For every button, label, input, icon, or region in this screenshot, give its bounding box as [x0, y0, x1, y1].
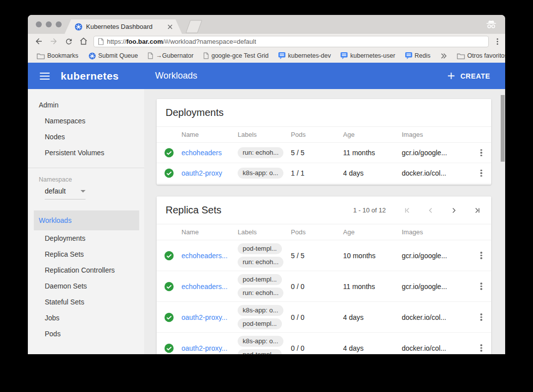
column-age: Age	[343, 131, 402, 138]
images-cell: gcr.io/google...	[402, 252, 471, 260]
age-cell: 4 days	[343, 313, 402, 321]
page-icon	[203, 52, 209, 59]
page-icon	[148, 52, 153, 59]
row-menu-button[interactable]	[471, 170, 491, 177]
bookmark-kubernetes-dev[interactable]: kubernetes-dev	[274, 50, 335, 61]
bookmark-folder-otros-favoritos[interactable]: Otros favoritos	[453, 50, 505, 61]
replica-set-link[interactable]: oauth2-proxy...	[181, 344, 238, 352]
images-cell: gcr.io/google...	[402, 149, 471, 157]
bookmark-google-gce-test-grid[interactable]: google-gce Test Grid	[199, 50, 272, 61]
next-page-button[interactable]	[449, 205, 459, 215]
sidebar-item-deployments[interactable]: Deployments	[28, 230, 144, 246]
row-menu-button[interactable]	[471, 313, 491, 321]
column-age: Age	[343, 228, 402, 236]
sidebar-item-persistent-volumes[interactable]: Persistent Volumes	[28, 145, 144, 161]
create-button[interactable]: CREATE	[447, 72, 490, 80]
address-bar[interactable]: https://foo.bar.com/#/workload?namespace…	[93, 36, 489, 47]
groups-icon	[278, 52, 285, 59]
pagination: 1 - 10 of 12	[353, 205, 482, 215]
browser-window: Kubernetes Dashboard	[28, 15, 505, 354]
bookmark-submit-queue[interactable]: Submit Queue	[85, 50, 142, 61]
table-row: oauth2-proxy... k8s-app: o... pod-templ.…	[157, 333, 491, 354]
sidebar-item-daemon-sets[interactable]: Daemon Sets	[28, 278, 144, 294]
label-chip: run: echoh...	[238, 147, 283, 158]
bookmark-redis[interactable]: Redis	[401, 50, 435, 61]
images-cell: docker.io/col...	[402, 313, 471, 321]
column-pods: Pods	[291, 228, 343, 236]
label-chip: k8s-app: o...	[238, 336, 283, 347]
sidebar-item-jobs[interactable]: Jobs	[28, 310, 144, 326]
column-labels: Labels	[238, 131, 291, 138]
desktop-background: { "browser": { "tab": { "title": "Kubern…	[0, 0, 533, 392]
chevron-double-right-icon	[441, 53, 447, 59]
menu-button[interactable]	[40, 73, 50, 80]
bookmark-folder-bookmarks[interactable]: Bookmarks	[33, 50, 83, 61]
replica-sets-table-header: Name Labels Pods Age Images	[157, 224, 491, 240]
folder-icon	[37, 53, 45, 59]
sidebar-item-namespaces[interactable]: Namespaces	[28, 113, 144, 129]
close-window-button[interactable]	[36, 21, 42, 27]
scrollbar-thumb[interactable]	[501, 95, 505, 162]
status-ok-icon	[164, 148, 174, 158]
refresh-button[interactable]	[64, 36, 74, 46]
sidebar-item-replica-sets[interactable]: Replica Sets	[28, 246, 144, 262]
last-page-button[interactable]	[472, 205, 482, 215]
label-chip: pod-templ...	[238, 349, 282, 354]
url-path: /#/workload?namespace=default	[163, 38, 257, 45]
bookmarks-bar: Bookmarks Submit Queue →Gubernator googl…	[28, 49, 505, 63]
main-content: Deployments Name Labels Pods Age Images …	[144, 89, 505, 354]
tab-close-icon[interactable]	[167, 24, 173, 30]
minimize-window-button[interactable]	[46, 21, 52, 27]
sidebar-item-admin[interactable]: Admin	[28, 97, 144, 113]
row-menu-button[interactable]	[471, 344, 491, 352]
status-ok-icon	[164, 168, 174, 178]
deployment-link[interactable]: oauth2-proxy	[181, 169, 238, 177]
images-cell: gcr.io/google...	[402, 283, 471, 291]
column-pods: Pods	[291, 131, 343, 138]
table-row: oauth2-proxy k8s-app: o... 1 / 1 4 days …	[157, 163, 491, 184]
groups-icon	[341, 52, 348, 59]
column-images: Images	[402, 131, 471, 138]
first-page-button[interactable]	[402, 205, 412, 215]
replica-set-link[interactable]: echoheaders...	[181, 252, 238, 260]
back-button[interactable]	[34, 36, 44, 46]
sidebar-item-pods[interactable]: Pods	[28, 326, 144, 342]
bookmark-gubernator[interactable]: →Gubernator	[144, 50, 197, 61]
incognito-icon	[485, 19, 497, 29]
browser-tab[interactable]: Kubernetes Dashboard	[65, 19, 182, 34]
sidebar-item-workloads[interactable]: Workloads	[34, 210, 139, 230]
images-cell: docker.io/col...	[402, 344, 471, 352]
bookmark-kubernetes-user[interactable]: kubernetes-user	[337, 50, 399, 61]
app-body: Admin Namespaces Nodes Persistent Volume…	[28, 89, 505, 354]
deployment-link[interactable]: echoheaders	[181, 149, 238, 157]
row-menu-button[interactable]	[471, 252, 491, 259]
forward-button[interactable]	[49, 36, 59, 46]
sidebar-item-replication-controllers[interactable]: Replication Controllers	[28, 262, 144, 278]
new-tab-button[interactable]	[185, 20, 203, 33]
zoom-window-button[interactable]	[56, 21, 62, 27]
deployments-card: Deployments Name Labels Pods Age Images …	[157, 99, 491, 185]
previous-page-button[interactable]	[426, 205, 436, 215]
replica-set-link[interactable]: echoheaders...	[181, 283, 238, 291]
bookmarks-overflow-button[interactable]	[437, 50, 451, 61]
pagination-range: 1 - 10 of 12	[353, 206, 386, 214]
page-icon	[98, 38, 104, 45]
sidebar-item-stateful-sets[interactable]: Stateful Sets	[28, 294, 144, 310]
home-button[interactable]	[79, 36, 89, 46]
replica-sets-card: Replica Sets 1 - 10 of 12	[157, 196, 491, 354]
deployments-title: Deployments	[166, 107, 224, 118]
table-row: oauth2-proxy... k8s-app: o... pod-templ.…	[157, 302, 491, 333]
namespace-value: default	[45, 187, 81, 195]
kubernetes-logo-icon	[89, 52, 96, 60]
row-menu-button[interactable]	[471, 149, 491, 157]
label-chip: run: echoh...	[238, 288, 283, 298]
browser-menu-button[interactable]	[494, 36, 501, 47]
replica-set-link[interactable]: oauth2-proxy...	[181, 313, 238, 321]
column-labels: Labels	[238, 228, 291, 236]
sidebar-item-nodes[interactable]: Nodes	[28, 129, 144, 145]
url-protocol: https://	[107, 38, 126, 45]
namespace-select[interactable]: default	[45, 187, 86, 199]
namespace-label: Namespace	[28, 176, 144, 183]
pods-cell: 1 / 1	[291, 169, 343, 177]
row-menu-button[interactable]	[471, 283, 491, 290]
